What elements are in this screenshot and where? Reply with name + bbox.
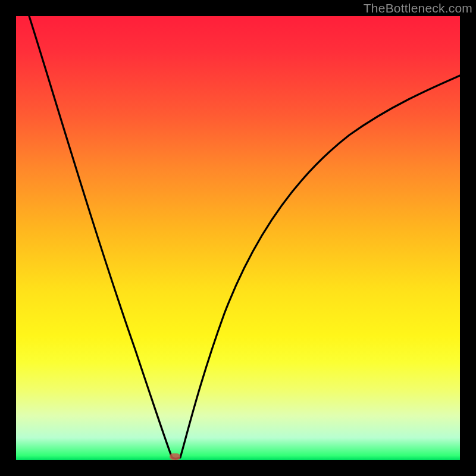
bottleneck-curve: [16, 16, 460, 460]
curve-path: [29, 16, 460, 459]
minimum-marker: [170, 453, 180, 460]
watermark-text: TheBottleneck.com: [364, 1, 472, 15]
plot-area: [16, 16, 460, 460]
chart-frame: TheBottleneck.com: [0, 0, 476, 476]
